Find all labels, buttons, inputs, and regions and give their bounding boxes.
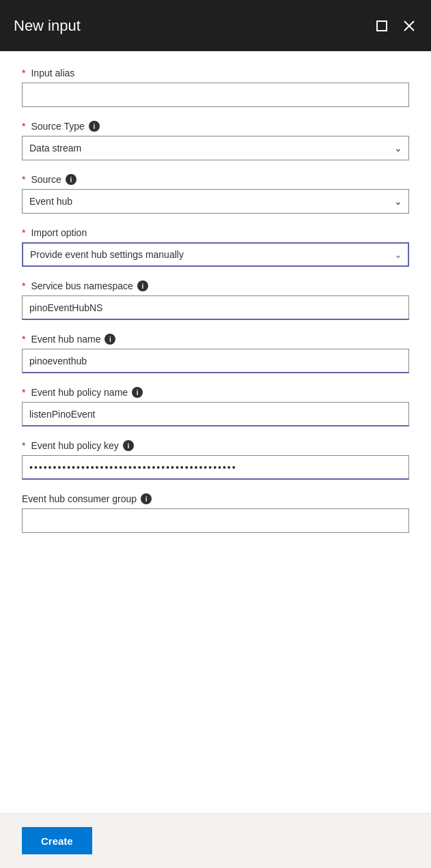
consumer-group-label: Event hub consumer group i <box>22 493 409 504</box>
source-type-select[interactable]: Data stream Reference data <box>22 136 409 160</box>
required-star-source: * <box>22 174 25 185</box>
service-bus-namespace-group: * Service bus namespace i <box>22 280 409 320</box>
header-actions <box>374 18 417 34</box>
source-select-wrapper: Event hub IoT Hub Blob storage ⌄ <box>22 189 409 214</box>
source-type-group: * Source Type i Data stream Reference da… <box>22 121 409 160</box>
event-hub-policy-key-label: * Event hub policy key i <box>22 440 409 451</box>
source-type-select-wrapper: Data stream Reference data ⌄ <box>22 136 409 160</box>
source-info-icon[interactable]: i <box>66 174 77 185</box>
service-bus-namespace-info-icon[interactable]: i <box>137 280 148 291</box>
import-option-group: * Import option Provide event hub settin… <box>22 227 409 267</box>
required-star-import-option: * <box>22 227 25 238</box>
consumer-group-field[interactable] <box>22 508 409 533</box>
source-type-label: * Source Type i <box>22 121 409 132</box>
service-bus-namespace-field[interactable] <box>22 295 409 320</box>
event-hub-policy-name-field[interactable] <box>22 402 409 426</box>
required-star-event-hub-name: * <box>22 334 25 345</box>
required-star-input-alias: * <box>22 68 25 78</box>
event-hub-name-label-text: Event hub name <box>31 334 100 345</box>
input-alias-label: * Input alias <box>22 68 409 78</box>
event-hub-name-group: * Event hub name i <box>22 334 409 373</box>
svg-rect-0 <box>377 21 387 31</box>
required-star-policy-key: * <box>22 440 25 451</box>
event-hub-name-field[interactable] <box>22 349 409 373</box>
import-option-label: * Import option <box>22 227 409 238</box>
import-option-select-wrapper: Provide event hub settings manually Sele… <box>22 242 409 267</box>
event-hub-policy-name-label-text: Event hub policy name <box>31 387 128 398</box>
event-hub-policy-key-field[interactable] <box>22 455 409 480</box>
source-select[interactable]: Event hub IoT Hub Blob storage <box>22 189 409 214</box>
modal-body: * Input alias * Source Type i Data strea… <box>0 51 431 813</box>
event-hub-name-info-icon[interactable]: i <box>105 334 115 345</box>
source-type-label-text: Source Type <box>31 121 84 132</box>
input-alias-field[interactable] <box>22 83 409 107</box>
import-option-select[interactable]: Provide event hub settings manually Sele… <box>22 242 409 267</box>
event-hub-policy-key-label-text: Event hub policy key <box>31 440 118 451</box>
source-group: * Source i Event hub IoT Hub Blob storag… <box>22 174 409 214</box>
input-alias-label-text: Input alias <box>31 68 74 78</box>
event-hub-policy-name-label: * Event hub policy name i <box>22 387 409 398</box>
event-hub-policy-name-info-icon[interactable]: i <box>132 387 143 398</box>
event-hub-policy-key-info-icon[interactable]: i <box>123 440 134 451</box>
required-star-source-type: * <box>22 121 25 132</box>
create-button[interactable]: Create <box>22 827 92 854</box>
import-option-label-text: Import option <box>31 227 87 238</box>
new-input-modal: New input * Input alias <box>0 0 431 868</box>
consumer-group-info-icon[interactable]: i <box>141 493 152 504</box>
required-star-policy-name: * <box>22 387 25 398</box>
consumer-group-label-text: Event hub consumer group <box>22 493 137 504</box>
event-hub-name-label: * Event hub name i <box>22 334 409 345</box>
modal-header: New input <box>0 0 431 51</box>
source-label-text: Source <box>31 174 61 185</box>
source-label: * Source i <box>22 174 409 185</box>
required-star-service-bus: * <box>22 280 25 291</box>
close-icon[interactable] <box>401 18 417 34</box>
service-bus-namespace-label-text: Service bus namespace <box>31 280 133 291</box>
modal-title: New input <box>14 17 81 35</box>
event-hub-policy-name-group: * Event hub policy name i <box>22 387 409 426</box>
input-alias-group: * Input alias <box>22 68 409 107</box>
consumer-group-group: Event hub consumer group i <box>22 493 409 533</box>
service-bus-namespace-label: * Service bus namespace i <box>22 280 409 291</box>
modal-footer: Create <box>0 813 431 868</box>
source-type-info-icon[interactable]: i <box>89 121 100 132</box>
maximize-icon[interactable] <box>374 18 390 34</box>
event-hub-policy-key-group: * Event hub policy key i <box>22 440 409 480</box>
